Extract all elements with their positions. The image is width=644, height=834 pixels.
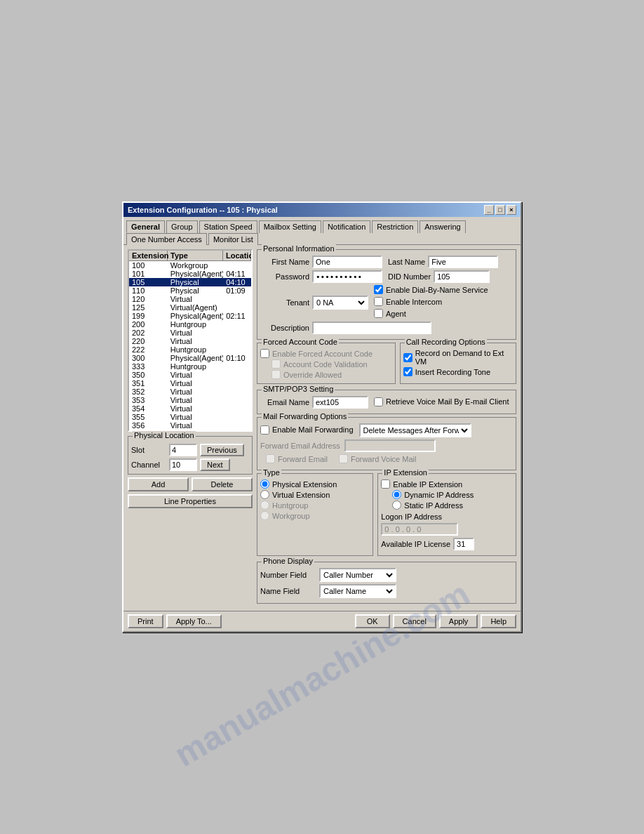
list-item[interactable]: 300 Physical(Agent) 01:10 <box>129 354 251 362</box>
list-item[interactable]: 333 Huntgroup <box>129 362 251 371</box>
list-item[interactable]: 105 Physical 04:10 <box>129 278 251 286</box>
override-allowed-checkbox[interactable] <box>271 370 281 379</box>
list-item[interactable]: 220 Virtual <box>129 337 251 345</box>
enable-mail-forwarding-checkbox[interactable] <box>260 425 269 435</box>
did-input[interactable] <box>434 270 490 283</box>
type-cell: Virtual <box>168 404 224 413</box>
list-item[interactable]: 202 Virtual <box>129 329 251 337</box>
list-item[interactable]: 120 Virtual <box>129 295 251 303</box>
dynamic-ip-radio[interactable] <box>392 490 401 499</box>
tab-notification[interactable]: Notification <box>323 220 370 233</box>
delete-after-forward-select[interactable]: Delete Messages After Forward <box>359 423 471 437</box>
title-bar: Extension Configuration -- 105 : Physica… <box>123 203 521 217</box>
list-item[interactable]: 101 Physical(Agent) 04:11 <box>129 270 251 278</box>
tab-monitor-list[interactable]: Monitor List <box>208 233 258 245</box>
close-button[interactable]: × <box>507 205 516 215</box>
logon-ip-input[interactable] <box>381 523 458 536</box>
physical-radio[interactable] <box>260 479 269 489</box>
last-name-input[interactable] <box>428 256 498 268</box>
next-button[interactable]: Next <box>200 458 230 471</box>
list-item[interactable]: 100 Workgroup <box>129 261 251 270</box>
huntgroup-radio[interactable] <box>260 501 269 510</box>
list-item[interactable]: 354 Virtual <box>129 404 251 413</box>
channel-input[interactable] <box>169 458 197 471</box>
minimize-button[interactable]: _ <box>484 205 494 215</box>
tenant-select[interactable]: 0 NA <box>312 296 368 310</box>
slot-input[interactable] <box>169 444 197 456</box>
retrieve-voicemail-checkbox[interactable] <box>374 397 383 406</box>
type-cell: Virtual(Agent) <box>168 303 224 312</box>
physical-location-title: Physical Location <box>133 431 196 439</box>
loc-cell <box>223 303 251 312</box>
list-item[interactable]: 352 Virtual <box>129 388 251 396</box>
line-properties-button[interactable]: Line Properties <box>128 494 253 508</box>
ext-cell: 220 <box>129 337 168 345</box>
enable-ip-checkbox[interactable] <box>381 479 390 489</box>
forward-email-checkbox[interactable] <box>266 454 275 463</box>
cancel-button[interactable]: Cancel <box>393 614 436 628</box>
window-title: Extension Configuration -- 105 : Physica… <box>128 206 278 214</box>
type-cell: Virtual <box>168 295 224 303</box>
static-ip-radio[interactable] <box>392 501 401 510</box>
apply-button[interactable]: Apply <box>439 614 478 628</box>
list-item[interactable]: 355 Virtual <box>129 413 251 421</box>
list-item[interactable]: 222 Huntgroup <box>129 345 251 354</box>
maximize-button[interactable]: □ <box>495 205 505 215</box>
loc-cell: 04:11 <box>223 270 251 278</box>
forward-voicemail-checkbox[interactable] <box>339 454 348 463</box>
previous-button[interactable]: Previous <box>200 444 244 456</box>
enable-forced-account-checkbox[interactable] <box>260 349 269 358</box>
forward-email-cb-label: Forward Email <box>278 455 328 463</box>
add-delete-row: Add Delete <box>128 477 253 491</box>
virtual-radio[interactable] <box>260 490 269 499</box>
tab-restriction[interactable]: Restriction <box>372 220 418 233</box>
enable-intercom-checkbox[interactable] <box>374 297 383 306</box>
list-item[interactable]: 110 Physical 01:09 <box>129 286 251 295</box>
first-name-label: First Name <box>260 258 309 266</box>
ext-cell: 199 <box>129 312 168 320</box>
name-field-select[interactable]: Caller Name <box>319 584 396 598</box>
description-input[interactable] <box>312 322 431 334</box>
number-field-select[interactable]: Caller Number <box>319 568 396 582</box>
insert-tone-checkbox[interactable] <box>403 367 412 376</box>
dynamic-ip-label: Dynamic IP Address <box>404 491 474 499</box>
list-item[interactable]: 125 Virtual(Agent) <box>129 303 251 312</box>
smtp-box: SMTP/POP3 Setting Email Name Retrieve Vo… <box>257 390 516 414</box>
forward-voicemail-label: Forward Voice Mail <box>351 455 417 463</box>
list-item[interactable]: 200 Huntgroup <box>129 320 251 329</box>
extension-list[interactable]: Extension Type Locatic ▲ 100 Workgroup 1… <box>128 249 253 432</box>
list-item[interactable]: 199 Physical(Agent) 02:11 <box>129 312 251 320</box>
type-cell: Virtual <box>168 379 224 388</box>
last-name-label: Last Name <box>388 258 425 266</box>
apply-to-button[interactable]: Apply To... <box>166 614 222 628</box>
add-button[interactable]: Add <box>128 477 189 491</box>
ok-button[interactable]: OK <box>355 614 390 628</box>
enable-dialbyname-checkbox[interactable] <box>374 285 383 294</box>
list-item[interactable]: 351 Virtual <box>129 379 251 388</box>
type-cell: Virtual <box>168 371 224 379</box>
tab-one-number-access[interactable]: One Number Access <box>126 233 207 245</box>
list-item[interactable]: 356 Virtual <box>129 421 251 430</box>
loc-cell <box>223 379 251 388</box>
email-name-input[interactable] <box>312 396 368 409</box>
channel-label: Channel <box>131 461 166 469</box>
list-item[interactable]: 353 Virtual <box>129 396 251 404</box>
record-demand-checkbox[interactable] <box>403 353 412 362</box>
tab-station-speed[interactable]: Station Speed <box>199 220 257 233</box>
workgroup-radio[interactable] <box>260 511 269 520</box>
tab-general[interactable]: General <box>126 220 165 233</box>
tab-answering[interactable]: Answering <box>420 220 465 233</box>
tab-group[interactable]: Group <box>166 220 198 233</box>
account-validation-checkbox[interactable] <box>271 359 281 369</box>
help-button[interactable]: Help <box>481 614 516 628</box>
list-item[interactable]: 350 Virtual <box>129 371 251 379</box>
tab-mailbox-setting[interactable]: Mailbox Setting <box>259 220 321 233</box>
forward-email-input[interactable] <box>344 439 436 452</box>
available-ip-input[interactable] <box>453 538 474 550</box>
password-input[interactable] <box>312 270 382 283</box>
delete-button[interactable]: Delete <box>192 477 253 491</box>
agent-checkbox[interactable] <box>374 309 383 318</box>
loc-cell: 04:10 <box>223 278 251 286</box>
print-button[interactable]: Print <box>128 614 163 628</box>
first-name-input[interactable] <box>312 256 382 268</box>
